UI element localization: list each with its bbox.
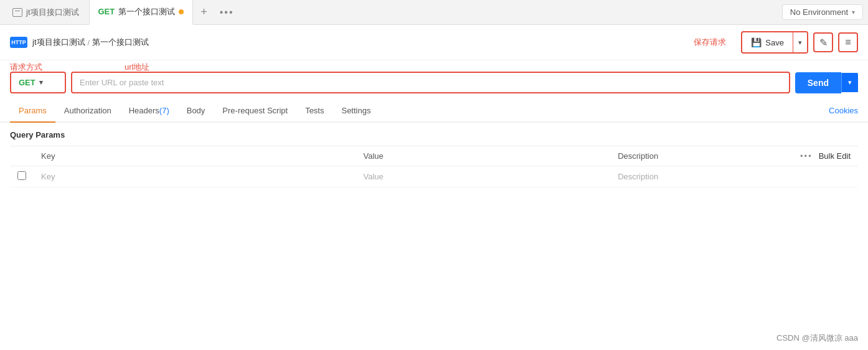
add-tab-button[interactable]: + bbox=[196, 6, 212, 19]
breadcrumb: HTTP jt项目接口测试 / 第一个接口测试 bbox=[10, 37, 149, 48]
send-button[interactable]: Send bbox=[795, 72, 841, 93]
active-tab-name: 第一个接口测试 bbox=[118, 6, 175, 17]
tab-unsaved-dot bbox=[179, 9, 184, 14]
method-annotation: 请求方式 bbox=[10, 62, 42, 73]
row-key-cell[interactable]: Key bbox=[34, 166, 356, 187]
row-description-cell[interactable]: Description bbox=[610, 166, 858, 187]
workspace-tab[interactable]: jt项目接口测试 bbox=[5, 7, 87, 18]
env-label: No Environment bbox=[790, 7, 848, 17]
save-floppy-icon: 💾 bbox=[751, 37, 762, 47]
col-checkbox bbox=[10, 146, 34, 166]
col-key: Key bbox=[34, 146, 356, 166]
tab-bar: jt项目接口测试 GET 第一个接口测试 + ••• No Environmen… bbox=[0, 0, 868, 25]
tab-settings[interactable]: Settings bbox=[333, 100, 379, 123]
save-button-label: Save bbox=[765, 38, 784, 47]
method-select[interactable]: GET ▾ bbox=[10, 72, 66, 93]
active-tab-method: GET bbox=[98, 7, 115, 16]
tab-headers-count: (7) bbox=[159, 106, 169, 115]
workspace-icon bbox=[12, 8, 22, 17]
params-section: Query Params Key Value Description ••• B… bbox=[0, 123, 868, 195]
row-value-cell[interactable]: Value bbox=[356, 166, 611, 187]
send-dropdown-button[interactable]: ▾ bbox=[841, 73, 858, 92]
bulk-edit-label[interactable]: Bulk Edit bbox=[819, 151, 851, 161]
http-icon: HTTP bbox=[10, 37, 27, 48]
url-bar-section: 请求方式 url地址 GET ▾ 发送请求 ➤ Send ▾ bbox=[0, 60, 868, 100]
doc-icon: ≡ bbox=[845, 37, 851, 48]
save-annotation: 保存请求 bbox=[694, 37, 726, 48]
more-tabs-button[interactable]: ••• bbox=[215, 7, 239, 18]
save-button-group: 💾 Save ▾ bbox=[741, 31, 808, 54]
tab-prerequest[interactable]: Pre-request Script bbox=[214, 100, 296, 123]
send-button-wrap: 发送请求 ➤ Send ▾ bbox=[795, 72, 858, 93]
row-checkbox-cell bbox=[10, 166, 34, 187]
url-annotation: url地址 bbox=[125, 62, 149, 73]
breadcrumb-bar: HTTP jt项目接口测试 / 第一个接口测试 保存请求 💾 Save ▾ ✎ … bbox=[0, 25, 868, 60]
bulk-dots-icon: ••• bbox=[800, 151, 813, 161]
watermark: CSDN @清风微凉 aaa bbox=[776, 333, 858, 344]
tab-bar-left: jt项目接口测试 GET 第一个接口测试 + ••• bbox=[5, 0, 782, 25]
tab-body[interactable]: Body bbox=[178, 100, 214, 123]
save-button[interactable]: 💾 Save bbox=[742, 34, 793, 51]
main-area: HTTP jt项目接口测试 / 第一个接口测试 保存请求 💾 Save ▾ ✎ … bbox=[0, 25, 868, 350]
active-tab[interactable]: GET 第一个接口测试 bbox=[89, 0, 194, 25]
tab-tests[interactable]: Tests bbox=[296, 100, 333, 123]
tabs-left: Params Authorization Headers(7) Body Pre… bbox=[10, 100, 379, 121]
breadcrumb-workspace[interactable]: jt项目接口测试 bbox=[32, 37, 85, 48]
tab-params[interactable]: Params bbox=[10, 100, 55, 123]
url-bar: GET ▾ 发送请求 ➤ Send ▾ bbox=[10, 72, 858, 93]
environment-selector[interactable]: No Environment ▾ bbox=[782, 4, 863, 20]
tab-bar-right: No Environment ▾ bbox=[782, 4, 863, 20]
breadcrumb-current-page: 第一个接口测试 bbox=[92, 37, 149, 48]
col-value: Value bbox=[356, 146, 611, 166]
description-col-label: Description bbox=[618, 151, 658, 161]
method-value: GET bbox=[19, 78, 35, 87]
params-table: Key Value Description ••• Bulk Edit bbox=[10, 146, 858, 187]
breadcrumb-separator: / bbox=[88, 38, 90, 47]
env-chevron-icon: ▾ bbox=[852, 9, 855, 16]
method-chevron-icon: ▾ bbox=[39, 78, 43, 87]
doc-button[interactable]: ≡ bbox=[838, 32, 858, 52]
cookies-button[interactable]: Cookies bbox=[829, 100, 858, 121]
workspace-label-text: jt项目接口测试 bbox=[26, 7, 79, 18]
url-input[interactable] bbox=[71, 72, 790, 93]
col-description: Description ••• Bulk Edit bbox=[610, 146, 858, 166]
edit-icon: ✎ bbox=[819, 37, 828, 49]
row-checkbox[interactable] bbox=[17, 171, 26, 180]
table-row: Key Value Description bbox=[10, 166, 858, 187]
edit-button[interactable]: ✎ bbox=[813, 32, 833, 52]
tab-headers-label: Headers bbox=[129, 106, 159, 115]
tabs-row: Params Authorization Headers(7) Body Pre… bbox=[0, 100, 868, 123]
tab-headers[interactable]: Headers(7) bbox=[120, 100, 178, 123]
actions-right: 💾 Save ▾ ✎ ≡ bbox=[741, 31, 858, 54]
query-params-title: Query Params bbox=[10, 130, 858, 140]
tab-authorization[interactable]: Authorization bbox=[55, 100, 120, 123]
save-dropdown-button[interactable]: ▾ bbox=[793, 32, 807, 52]
